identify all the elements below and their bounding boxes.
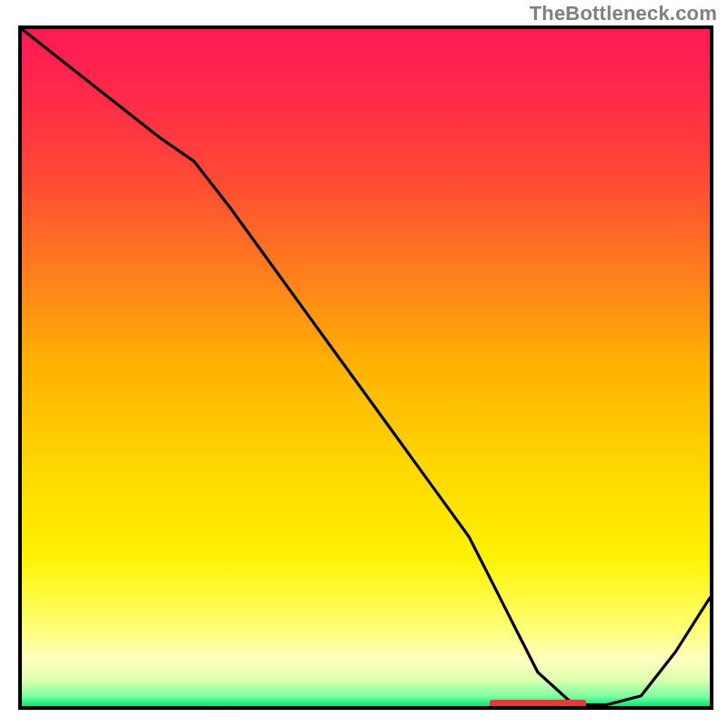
curve-svg xyxy=(22,29,710,706)
chart-container: TheBottleneck.com xyxy=(0,0,728,728)
bottleneck-curve xyxy=(22,29,710,705)
watermark-text: TheBottleneck.com xyxy=(530,2,717,25)
optimal-range-marker xyxy=(490,700,586,708)
plot-frame xyxy=(18,25,713,710)
